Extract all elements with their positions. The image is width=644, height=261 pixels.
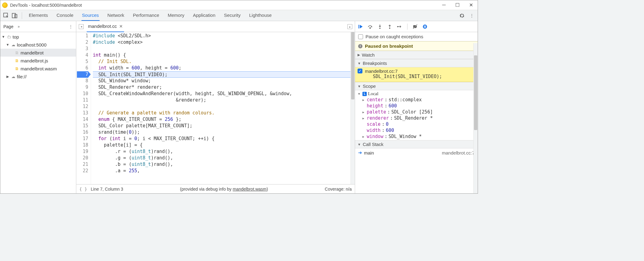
section-callstack[interactable]: ▼ Call Stack [355, 140, 478, 148]
section-scope[interactable]: ▼ Scope [355, 82, 478, 90]
tab-memory[interactable]: Memory [167, 10, 185, 21]
tab-performance[interactable]: Performance [132, 10, 160, 21]
scope-variable[interactable]: width: 600 [356, 127, 476, 133]
section-breakpoints[interactable]: ▼ Breakpoints [355, 59, 478, 67]
code-line[interactable] [93, 46, 350, 52]
toggle-debugger-icon[interactable]: ▸ [347, 24, 352, 29]
line-number[interactable]: 19 [77, 148, 88, 155]
line-number[interactable]: 22 [77, 168, 88, 174]
line-number[interactable]: 15 [77, 123, 88, 129]
scope-variable[interactable]: ▶palette: SDL_Color [256] [356, 109, 476, 115]
line-number[interactable]: 21 [77, 161, 88, 168]
code-line[interactable]: SDL_Color palette[MAX_ITER_COUNT]; [93, 123, 350, 129]
line-number[interactable]: 4 [77, 52, 88, 58]
line-number[interactable]: 5 [77, 58, 88, 65]
pause-on-caught-exceptions-row[interactable]: Pause on caught exceptions [355, 32, 478, 41]
code-line[interactable]: &renderer); [93, 97, 350, 103]
settings-gear-icon[interactable] [459, 12, 465, 19]
line-gutter[interactable]: 12345678910111213141516171819202122 [76, 32, 91, 184]
editor-scrollbar[interactable] [350, 32, 355, 184]
section-watch[interactable]: ▶ Watch [355, 51, 478, 59]
line-number[interactable]: 14 [77, 116, 88, 123]
code-line[interactable]: for (int i = 0; i < MAX_ITER_COUNT; ++i)… [93, 136, 350, 142]
line-number[interactable]: 1 [77, 33, 88, 39]
code-line[interactable]: palette[i] = { [93, 142, 350, 148]
breakpoint-checkbox[interactable]: ✓ [358, 69, 362, 73]
maximize-button[interactable]: ☐ [455, 2, 460, 8]
callstack-frame[interactable]: ➔ main mandelbrot.cc:7 [355, 148, 478, 157]
toggle-navigator-icon[interactable]: ◂ [79, 24, 84, 29]
tree-file-mandelbrot-js[interactable]: 🗎 mandelbrot.js [0, 57, 76, 65]
tab-elements[interactable]: Elements [28, 10, 49, 21]
code-line[interactable]: #include <SDL2/SDL.h> [93, 33, 350, 39]
scope-variable[interactable]: scale: 0 [356, 121, 476, 127]
code-line[interactable]: #include <complex> [93, 39, 350, 46]
kebab-menu-icon[interactable]: ⋮ [468, 12, 475, 19]
line-number[interactable]: 13 [77, 110, 88, 116]
tree-top-frame[interactable]: ▼ 🗀 top [0, 33, 76, 41]
close-button[interactable]: ✕ [468, 2, 473, 8]
editor-tab-mandelbrot-cc[interactable]: mandelbrot.cc ✕ [87, 21, 124, 32]
tree-host[interactable]: ▼ ☁ localhost:5000 [0, 41, 76, 49]
line-number[interactable]: 20 [77, 155, 88, 161]
tab-security[interactable]: Security [223, 10, 241, 21]
tree-file-mandelbrot-wasm[interactable]: 🗎 mandelbrot.wasm [0, 65, 76, 73]
close-tab-icon[interactable]: ✕ [119, 24, 123, 29]
tab-lighthouse[interactable]: Lighthouse [248, 10, 272, 21]
code-line[interactable]: SDL_CreateWindowAndRenderer(width, heigh… [93, 91, 350, 97]
deactivate-breakpoints-icon[interactable] [412, 24, 418, 29]
scope-variable[interactable]: ▶center: std::complex [356, 97, 476, 103]
code-editor[interactable]: 12345678910111213141516171819202122 #inc… [76, 32, 355, 184]
scope-variable[interactable]: height: 600 [356, 103, 476, 109]
more-tabs-chevron-icon[interactable]: » [18, 24, 20, 29]
tab-network[interactable]: Network [107, 10, 125, 21]
line-number[interactable]: 17 [77, 136, 88, 142]
code-line[interactable]: enum { MAX_ITER_COUNT = 256 }; [93, 116, 350, 123]
minimize-button[interactable]: ─ [441, 2, 446, 8]
navigator-tab-page[interactable]: Page [3, 24, 13, 29]
code-line[interactable]: // Generate a palette with random colour… [93, 110, 350, 116]
pause-on-exceptions-icon[interactable] [422, 24, 428, 29]
code-line[interactable]: int main() { [93, 52, 350, 58]
scope-local-header[interactable]: ▼ L Local [356, 91, 476, 97]
code-line[interactable]: SDL_Renderer* renderer; [93, 84, 350, 91]
navigator-kebab-icon[interactable]: ⋮ [69, 24, 73, 29]
line-number[interactable]: 2 [77, 39, 88, 46]
line-number[interactable]: 6 [77, 65, 88, 71]
step-out-icon[interactable] [387, 24, 392, 29]
step-icon[interactable] [397, 24, 402, 29]
inspect-element-icon[interactable] [3, 12, 9, 19]
code-line[interactable]: .g = (uint8_t)rand(), [93, 155, 350, 161]
line-number[interactable]: 10 [77, 91, 88, 97]
pretty-print-icon[interactable]: { } [79, 187, 87, 192]
tree-file-mandelbrot[interactable]: 🗎 mandelbrot [0, 49, 76, 57]
line-number[interactable]: 9 [77, 84, 88, 91]
breakpoint-item[interactable]: ✓ mandelbrot.cc:7 SDL_Init(SDL_INIT_VIDE… [355, 67, 478, 82]
code-line[interactable]: srand(time(0)); [93, 129, 350, 136]
code-line[interactable]: .r = (uint8_t)rand(), [93, 148, 350, 155]
debug-info-link[interactable]: mandelbrot.wasm [233, 187, 267, 192]
line-number[interactable]: 3 [77, 46, 88, 52]
line-number[interactable]: 12 [77, 103, 88, 110]
line-number[interactable]: 16 [77, 129, 88, 136]
scope-variable[interactable]: ▶renderer: SDL_Renderer * [356, 115, 476, 121]
device-toolbar-icon[interactable] [11, 12, 18, 19]
line-number[interactable]: 11 [77, 97, 88, 103]
line-number[interactable]: 7 [77, 71, 88, 78]
code-line[interactable]: .b = (uint8_t)rand(), [93, 161, 350, 168]
code-line[interactable]: SDL_Init(SDL_INIT_VIDEO); [93, 71, 350, 78]
resume-script-icon[interactable] [358, 24, 363, 29]
step-over-icon[interactable] [367, 24, 373, 29]
code-line[interactable]: SDL_Window* window; [93, 78, 350, 84]
line-number[interactable]: 18 [77, 142, 88, 148]
code-line[interactable]: // Init SDL. [93, 58, 350, 65]
scope-variable[interactable]: ▶window: SDL_Window * [356, 133, 476, 140]
line-number[interactable]: 8 [77, 78, 88, 84]
tab-application[interactable]: Application [192, 10, 216, 21]
debugger-scrollbar[interactable] [473, 43, 478, 193]
code-line[interactable]: .a = 255, [93, 168, 350, 174]
tree-filescheme[interactable]: ▶ ☁ file:// [0, 73, 76, 80]
tab-sources[interactable]: Sources [81, 10, 100, 21]
tab-console[interactable]: Console [56, 10, 74, 21]
step-into-icon[interactable] [377, 24, 383, 29]
